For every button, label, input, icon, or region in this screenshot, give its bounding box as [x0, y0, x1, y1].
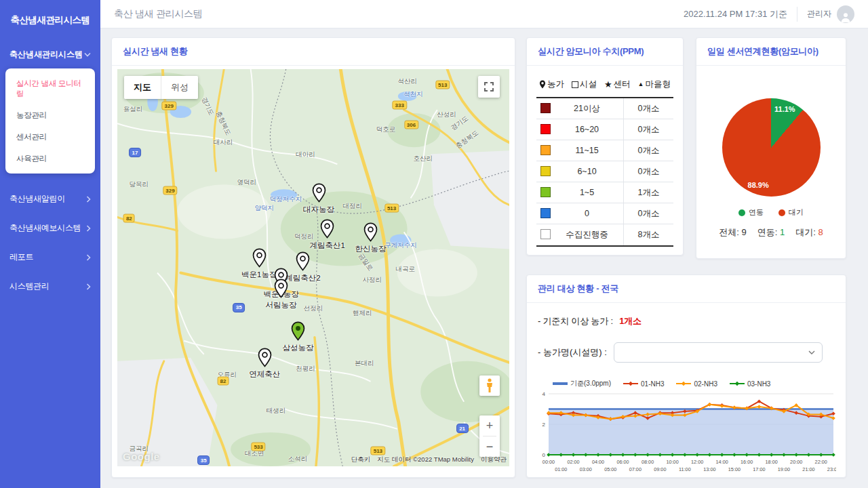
road-badge: 35	[233, 303, 245, 312]
map-place-label: 호산리	[414, 154, 433, 163]
road-badge: 513	[384, 204, 399, 213]
svg-text:17:00: 17:00	[753, 466, 765, 472]
level-count: 0개소	[623, 98, 673, 119]
avatar[interactable]	[837, 5, 854, 23]
ammonia-level-table: 21이상0개소16~200개소11~150개소6~100개소1~51개소00개소…	[536, 97, 673, 247]
map-pin-icon	[320, 219, 334, 239]
fullscreen-button[interactable]	[478, 76, 500, 98]
realtime-odor-map-panel: 실시간 냄새 현황	[111, 37, 515, 478]
street-view-pegman[interactable]	[479, 375, 500, 396]
sensor-panel-title: 일일 센서연계현황(암모니아)	[696, 38, 846, 66]
pie-slice-label-waiting: 88.9%	[748, 181, 769, 189]
map-place-label: 선정리	[304, 304, 323, 312]
person-icon	[840, 11, 852, 23]
map-place-label: 충청북도	[214, 110, 233, 137]
sidebar-item-odor-alert[interactable]: 축산냄새알림이	[0, 184, 100, 214]
map-place-label: 금일로	[356, 252, 374, 273]
map-pin-icon	[312, 183, 326, 203]
road-badge: 533	[251, 442, 265, 451]
road-badge: 21	[456, 424, 469, 433]
square-icon	[572, 81, 578, 88]
svg-text:10:00: 10:00	[666, 459, 678, 465]
farm-marker-label: 계림축산1	[310, 241, 345, 251]
map-place-label: 덕호로	[376, 125, 396, 134]
svg-text:18:00: 18:00	[766, 459, 778, 465]
sidebar-item-odor-forecast[interactable]: 축산냄새예보시스템	[0, 214, 100, 243]
level-count: 1개소	[623, 182, 673, 203]
road-badge: 306	[404, 121, 418, 129]
svg-text:09:00: 09:00	[654, 466, 666, 472]
chevron-right-icon	[86, 283, 91, 290]
map[interactable]: 용설리당목리대사리대아리영덕리석산리석천지산성리호산리덕호로덕정저수지양덕지덕정…	[117, 69, 509, 466]
level-range: 21이상	[551, 98, 623, 119]
road-badge: 513	[371, 446, 385, 455]
data-timestamp: 2022.11.24 PM 17:31 기준	[684, 8, 787, 20]
chevron-right-icon	[86, 225, 91, 232]
table-row: 16~200개소	[536, 119, 673, 140]
svg-text:4: 4	[542, 391, 546, 397]
road-badge: 513	[435, 81, 450, 89]
map-place-label: 천평리	[296, 365, 315, 373]
stat: 연동: 1	[757, 226, 785, 239]
sidebar-item-realtime-odor-monitoring[interactable]: 실시간 냄새 모니터링	[5, 73, 95, 104]
road-badge: 82	[218, 377, 229, 386]
road-badge: 329	[162, 102, 176, 110]
map-place-label: 행제리	[353, 309, 372, 318]
table-row: 수집진행중8개소	[536, 224, 673, 245]
map-place-label: 충청북도	[454, 129, 481, 150]
sidebar-item-breeding-management[interactable]: 사육관리	[5, 148, 95, 169]
svg-text:07:00: 07:00	[629, 466, 642, 472]
chevron-right-icon	[86, 196, 91, 203]
pegman-icon	[486, 378, 494, 393]
ammonia-panel-title: 실시간 암모니아 수치(PPM)	[527, 38, 683, 66]
pin-icon	[539, 80, 546, 89]
legend-farm: 농가	[539, 79, 564, 90]
farm-select[interactable]	[614, 342, 823, 363]
farm-marker-label: 연제축산	[249, 369, 280, 380]
sidebar-item-report[interactable]: 레포트	[0, 243, 100, 272]
chevron-right-icon	[86, 254, 91, 261]
road-badge: 35	[197, 455, 210, 465]
level-count: 0개소	[623, 203, 673, 224]
svg-text:01:00: 01:00	[555, 466, 567, 472]
svg-text:19:00: 19:00	[778, 466, 790, 472]
level-count: 0개소	[623, 140, 673, 161]
map-place-label: 대정리	[343, 202, 363, 211]
level-color-swatch	[540, 229, 551, 239]
map-place-label: 석산리	[397, 77, 417, 85]
map-view-button[interactable]: 지도	[124, 76, 161, 99]
map-place-label: 덕정저수지	[270, 195, 302, 204]
zoom-out-button[interactable]: −	[479, 436, 500, 457]
sensor-stats: 전체: 9연동: 1대기: 8	[719, 226, 823, 239]
chevron-down-icon	[84, 52, 91, 57]
pie-legend-waiting: 대기	[778, 207, 804, 218]
legend-item: 02-NH3	[676, 380, 717, 388]
map-place-label: 용설리	[123, 104, 143, 113]
sidebar-item-sensor-management[interactable]: 센서관리	[5, 126, 95, 148]
management-panel-title: 관리 대상 현황 - 전국	[527, 275, 846, 303]
sidebar-group-label: 축산냄새관리시스템	[9, 49, 83, 60]
map-shortcuts-link[interactable]: 단축키	[351, 455, 371, 464]
sidebar-group-livestock-odor[interactable]: 축산냄새관리시스템	[0, 41, 100, 66]
legend-item: 03-NH3	[730, 380, 770, 388]
map-pin-icon	[252, 248, 267, 268]
user-menu[interactable]: 관리자	[807, 5, 854, 23]
realtime-ammonia-panel: 실시간 암모니아 수치(PPM) 농가 시설 ★ 센터 ▲ 마을형 21이상0개…	[526, 37, 684, 256]
terms-link[interactable]: 이용약관	[481, 455, 507, 464]
map-panel-title: 실시간 냄새 현황	[112, 38, 515, 66]
svg-text:14:00: 14:00	[716, 459, 728, 465]
level-count: 8개소	[623, 224, 673, 245]
level-color-swatch	[540, 145, 551, 155]
header-divider	[797, 7, 797, 22]
svg-text:03:00: 03:00	[580, 466, 592, 472]
sidebar-item-farm-management[interactable]: 농장관리	[5, 104, 95, 126]
level-range: 0	[551, 203, 623, 224]
table-row: 21이상0개소	[536, 98, 673, 119]
sidebar-item-system-management[interactable]: 시스템관리	[0, 272, 100, 301]
satellite-view-button[interactable]: 위성	[161, 76, 198, 99]
pie-legend-linked: 연동	[738, 207, 764, 218]
map-pin-icon	[363, 222, 378, 242]
farm-marker-label: 한신농장	[355, 244, 386, 254]
app-logo: 축산냄새관리시스템	[0, 0, 100, 41]
zoom-in-button[interactable]: +	[479, 415, 500, 436]
